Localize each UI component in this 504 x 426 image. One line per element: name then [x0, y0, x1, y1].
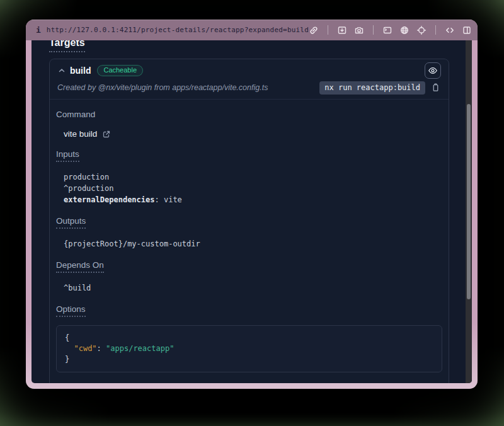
card-divider — [50, 99, 449, 100]
code-icon[interactable] — [445, 25, 455, 35]
scrollbar-thumb[interactable] — [467, 104, 471, 299]
run-command-chip: nx run reactapp:build — [319, 81, 425, 95]
crosshair-icon[interactable] — [416, 25, 427, 35]
command-value: vite build — [64, 129, 97, 139]
copy-icon[interactable] — [431, 83, 441, 93]
command-heading: Command — [56, 110, 95, 119]
chevron-up-icon[interactable] — [57, 66, 66, 75]
input-item: ^production — [64, 183, 442, 194]
outputs-list: {projectRoot}/my-custom-outdir — [64, 238, 442, 250]
info-icon: i — [36, 25, 41, 35]
columns-icon[interactable] — [462, 25, 472, 35]
depends-on-list: ^build — [64, 282, 442, 294]
toolbar-separator — [435, 25, 436, 35]
json-line: } — [65, 354, 433, 365]
browser-toolbar: i http://127.0.0.1:4211/project-details/… — [26, 20, 478, 40]
created-by-text: Created by @nx/vite/plugin from apps/rea… — [57, 83, 268, 92]
target-card-build: build Cacheable Created by @nx/vite/plug… — [49, 59, 449, 383]
page-content: Targets build Cacheable Created by @nx/v… — [32, 40, 472, 383]
scrollbar — [466, 40, 472, 383]
toolbar-separator — [328, 25, 328, 35]
depends-on-heading: Depends On — [56, 260, 104, 273]
camera-icon[interactable] — [354, 25, 364, 35]
toolbar-actions — [309, 25, 472, 35]
cacheable-badge: Cacheable — [97, 65, 143, 76]
json-value: "apps/reactapp" — [106, 344, 174, 353]
external-link-icon[interactable] — [102, 130, 111, 139]
eye-button[interactable] — [425, 62, 441, 79]
build-card-body: Command vite build Inputs production ^pr… — [50, 110, 449, 383]
build-target-title[interactable]: build — [70, 66, 91, 76]
input-item: production — [64, 171, 442, 183]
link-icon[interactable] — [309, 25, 319, 35]
json-line: "cwd": "apps/reactapp" — [65, 343, 433, 354]
page-title: Targets — [49, 40, 85, 52]
output-item: {projectRoot}/my-custom-outdir — [64, 238, 442, 250]
depends-on-item: ^build — [64, 282, 442, 294]
globe-icon[interactable] — [399, 25, 410, 35]
input-item: externalDependencies: vite — [64, 194, 442, 205]
terminal-icon[interactable] — [382, 25, 392, 35]
options-heading: Options — [56, 304, 86, 317]
outputs-heading: Outputs — [56, 216, 86, 229]
url-text[interactable]: http://127.0.0.1:4211/project-details/re… — [47, 26, 309, 34]
build-card-header: build Cacheable Created by @nx/vite/plug… — [50, 59, 449, 99]
json-line: { — [65, 333, 433, 343]
import-icon[interactable] — [337, 25, 347, 35]
options-json: { "cwd": "apps/reactapp"} — [56, 325, 442, 372]
json-key: "cwd" — [74, 344, 96, 353]
browser-window: i http://127.0.0.1:4211/project-details/… — [26, 20, 478, 389]
inputs-heading: Inputs — [56, 149, 79, 162]
toolbar-separator — [373, 25, 374, 35]
inputs-list: production ^production externalDependenc… — [64, 171, 442, 205]
